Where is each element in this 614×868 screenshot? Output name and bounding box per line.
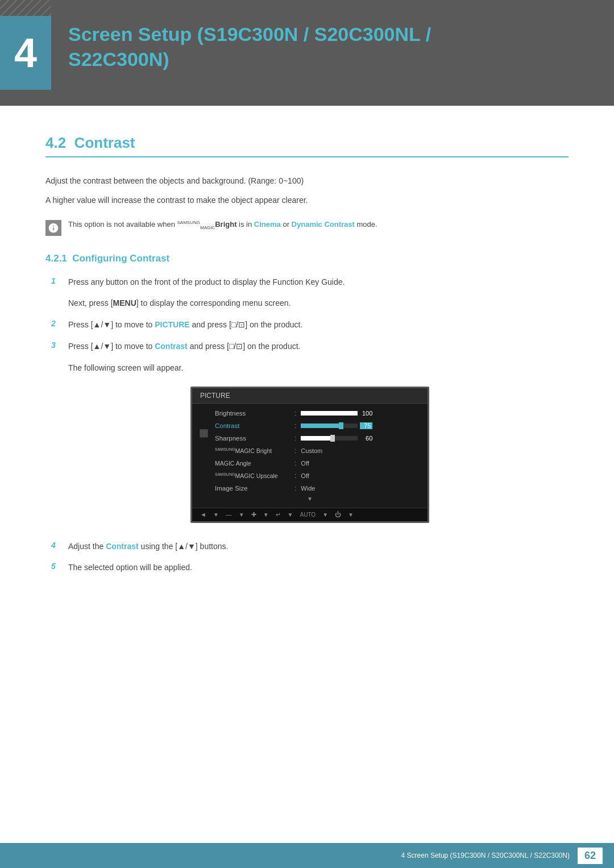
chapter-number-box: 4 <box>0 16 51 90</box>
icon-separator: ▼ <box>213 512 219 518</box>
page-header: 4 Screen Setup (S19C300N / S20C300NL / S… <box>0 0 614 106</box>
step-1-sub: Next, press [MENU] to display the corres… <box>68 297 569 310</box>
chapter-number: 4 <box>14 32 37 73</box>
menu-item-magic-upscale: SAMSUNGMAGIC Upscale : Off <box>192 470 428 482</box>
monitor-screen: PICTURE ▦ Brightness : 100 <box>190 387 429 523</box>
desc2: A higher value will increase the contras… <box>45 194 569 207</box>
section-title: 4.2 Contrast <box>45 134 569 157</box>
steps-list: 1 Press any button on the front of the p… <box>51 276 569 575</box>
step-2: 2 Press [▲/▼] to move to PICTURE and pre… <box>51 318 569 332</box>
icon-left: ◄ <box>200 511 206 518</box>
monitor-side-icon: ▦ <box>199 426 209 439</box>
monitor-bottom-icons: ◄ ▼ — ▼ ✚ ▼ ↵ ▼ AUTO ▼ ⏻ ▼ <box>200 511 354 518</box>
icon-minus: — <box>226 511 232 518</box>
icon-separator5: ▼ <box>322 512 328 518</box>
contrast-bar: 75 <box>301 422 372 429</box>
monitor-menu-header: PICTURE <box>192 388 428 404</box>
note-text: This option is not available when SAMSUN… <box>68 219 377 231</box>
step-1: 1 Press any button on the front of the p… <box>51 276 569 289</box>
step-3-content: Press [▲/▼] to move to Contrast and pres… <box>68 340 300 354</box>
menu-item-sharpness: Sharpness : 60 <box>192 432 428 445</box>
step-1-number: 1 <box>51 276 68 285</box>
menu-item-brightness: Brightness : 100 <box>192 407 428 420</box>
main-content: 4.2 Contrast Adjust the contrast between… <box>0 106 614 628</box>
auto-label: AUTO <box>300 512 316 518</box>
monitor-menu-content: ▦ Brightness : 100 C <box>192 404 428 508</box>
icon-power: ⏻ <box>335 511 341 518</box>
footer-text: 4 Screen Setup (S19C300N / S20C300NL / S… <box>401 852 570 859</box>
icon-separator6: ▼ <box>348 512 354 518</box>
subsection-title: 4.2.1 Configuring Contrast <box>45 253 569 264</box>
page-footer: 4 Screen Setup (S19C300N / S20C300NL / S… <box>0 843 614 868</box>
step-3: 3 Press [▲/▼] to move to Contrast and pr… <box>51 340 569 354</box>
icon-separator3: ▼ <box>263 512 269 518</box>
step-3-sub: The following screen will appear. <box>68 362 569 375</box>
note-box: This option is not available when SAMSUN… <box>45 219 569 236</box>
step-2-content: Press [▲/▼] to move to PICTURE and press… <box>68 318 302 332</box>
step-5-number: 5 <box>51 562 68 571</box>
menu-item-magic-bright: SAMSUNGMAGIC Bright : Custom <box>192 445 428 457</box>
icon-plus: ✚ <box>251 511 256 518</box>
footer-page-number: 62 <box>578 848 603 864</box>
step-3-number: 3 <box>51 340 68 350</box>
step-1-content: Press any button on the front of the pro… <box>68 276 345 289</box>
note-icon <box>45 220 61 236</box>
step-5: 5 The selected option will be applied. <box>51 561 569 575</box>
icon-separator2: ▼ <box>239 512 244 518</box>
step-4: 4 Adjust the Contrast using the [▲/▼] bu… <box>51 540 569 554</box>
step-4-number: 4 <box>51 541 68 550</box>
step-4-content: Adjust the Contrast using the [▲/▼] butt… <box>68 540 228 554</box>
menu-item-magic-angle: MAGIC Angle : Off <box>192 457 428 470</box>
menu-item-contrast: Contrast : 75 <box>192 420 428 432</box>
scroll-down-indicator: ▼ <box>192 496 428 502</box>
icon-enter: ↵ <box>276 511 281 518</box>
monitor-bottom-bar: ◄ ▼ — ▼ ✚ ▼ ↵ ▼ AUTO ▼ ⏻ ▼ <box>192 508 428 521</box>
menu-item-image-size: Image Size : Wide <box>192 482 428 495</box>
monitor-mockup-container: PICTURE ▦ Brightness : 100 <box>51 387 569 523</box>
step-2-number: 2 <box>51 319 68 328</box>
desc1: Adjust the contrast between the objects … <box>45 175 569 188</box>
step-5-content: The selected option will be applied. <box>68 561 192 575</box>
icon-separator4: ▼ <box>288 512 293 518</box>
sharpness-bar: 60 <box>301 435 372 442</box>
chapter-title: Screen Setup (S19C300N / S20C300NL / S22… <box>68 16 431 72</box>
brightness-bar: 100 <box>301 410 372 417</box>
